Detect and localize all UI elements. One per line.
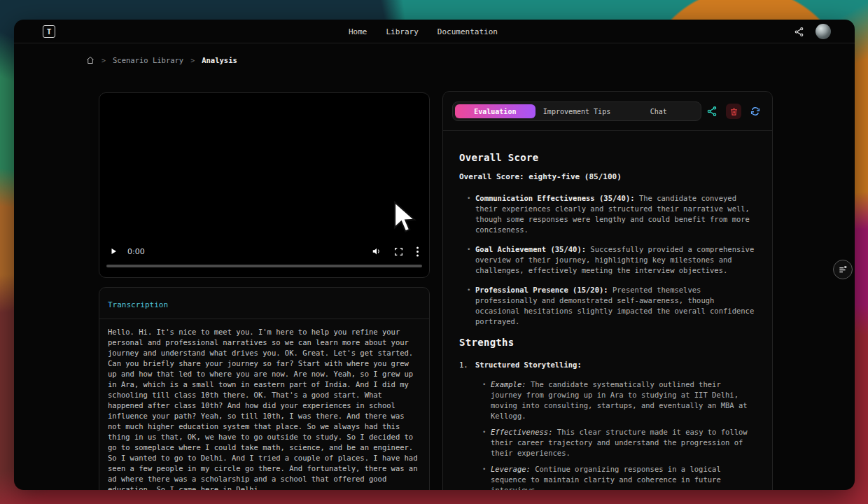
fullscreen-icon[interactable] <box>394 247 403 256</box>
score-bullets: Communication Effectiveness (35/40): The… <box>459 193 755 327</box>
bullet-text: The candidate systematically outlined th… <box>491 380 748 420</box>
bullet-label: Communication Effectiveness (35/40): <box>475 194 635 202</box>
tab-bar: Evaluation Improvement Tips Chat <box>452 102 701 121</box>
app-logo[interactable]: T <box>43 25 55 38</box>
list-item: Professional Presence (15/20): Presented… <box>459 285 755 327</box>
share-icon[interactable] <box>794 27 804 37</box>
nav-links: Home Library Documentation <box>349 20 498 43</box>
trash-icon[interactable] <box>726 104 741 119</box>
video-progress-bar[interactable] <box>106 265 422 267</box>
chevron-right-icon: > <box>102 57 106 64</box>
app-window: T Home Library Documentation > Scenario … <box>14 20 855 490</box>
transcription-card: Transcription Hello. Hi. It's nice to me… <box>99 287 430 490</box>
volume-icon[interactable] <box>372 246 382 256</box>
panel-actions <box>704 104 763 119</box>
strength-item: 1. Structured Storytelling: <box>459 360 755 370</box>
navbar-actions <box>794 20 831 43</box>
item-title: Structured Storytelling: <box>475 360 582 370</box>
user-avatar[interactable] <box>816 24 831 39</box>
breadcrumb-analysis: Analysis <box>202 56 237 64</box>
nav-item-library[interactable]: Library <box>386 27 419 36</box>
bullet-label: Leverage: <box>491 465 531 473</box>
chevron-right-icon: > <box>190 57 195 64</box>
breadcrumb-scenario-library[interactable]: Scenario Library <box>113 56 183 64</box>
transcription-title: Transcription <box>108 300 168 309</box>
bullet-label: Goal Achievement (35/40): <box>475 245 586 253</box>
video-controls: 0:00 <box>99 244 429 267</box>
share-icon[interactable] <box>704 104 720 119</box>
tab-chat[interactable]: Chat <box>618 104 699 118</box>
analysis-panel: Evaluation Improvement Tips Chat <box>442 91 773 490</box>
list-item: Effectiveness: This clear structure made… <box>459 427 755 458</box>
bullet-label: Example: <box>491 380 526 388</box>
panel-header: Evaluation Improvement Tips Chat <box>443 92 772 131</box>
list-item: Example: The candidate systematically ou… <box>459 379 755 421</box>
kebab-menu-icon[interactable] <box>416 246 419 257</box>
list-item: Leverage: Continue organizing responses … <box>459 464 755 490</box>
transcription-header: Transcription <box>99 288 429 319</box>
tab-improvement-tips[interactable]: Improvement Tips <box>537 104 617 118</box>
nav-item-documentation[interactable]: Documentation <box>438 27 498 36</box>
overall-score-value: Overall Score: eighty-five (85/100) <box>459 172 755 181</box>
play-icon[interactable] <box>109 247 118 255</box>
video-time: 0:00 <box>127 247 145 256</box>
evaluation-content: Overall Score Overall Score: eighty-five… <box>443 131 772 490</box>
strengths-heading: Strengths <box>459 337 755 348</box>
home-icon[interactable] <box>86 56 94 64</box>
strength-sub-bullets: Example: The candidate systematically ou… <box>459 379 755 490</box>
top-navbar: T Home Library Documentation <box>14 20 855 43</box>
side-panel-toggle[interactable] <box>833 260 853 279</box>
bullet-label: Professional Presence (15/20): <box>475 286 608 294</box>
transcription-text: Hello. Hi. It's nice to meet you. I'm he… <box>99 319 429 490</box>
list-item: Communication Effectiveness (35/40): The… <box>459 193 755 235</box>
bullet-label: Effectiveness: <box>491 428 553 436</box>
item-number: 1. <box>459 360 475 370</box>
overall-score-heading: Overall Score <box>459 152 755 163</box>
nav-item-home[interactable]: Home <box>349 27 368 36</box>
video-player[interactable]: 0:00 <box>99 92 430 278</box>
tab-evaluation[interactable]: Evaluation <box>455 104 536 118</box>
list-item: Goal Achievement (35/40): Successfully p… <box>459 244 755 276</box>
refresh-icon[interactable] <box>748 104 763 119</box>
breadcrumb: > Scenario Library > Analysis <box>86 56 237 64</box>
